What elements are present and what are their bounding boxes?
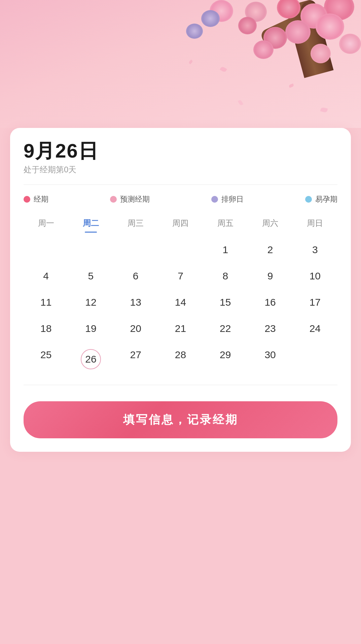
- blossom-12: [253, 40, 274, 59]
- date-3[interactable]: 3: [293, 238, 337, 262]
- date-row-2: 4 5 6 7 8 9 10: [24, 264, 337, 288]
- petal-1: [220, 66, 227, 72]
- date-9[interactable]: 9: [248, 264, 292, 288]
- purple-blossom-1: [201, 10, 220, 27]
- legend-fertile: 易孕期: [305, 194, 337, 204]
- date-row-1: 1 2 3: [24, 238, 337, 262]
- date-13[interactable]: 13: [113, 291, 158, 314]
- date-row-5: 25 26 27 28 29 30: [24, 343, 337, 375]
- main-card: 9月26日 处于经期第0天 经期 预测经期 排卵日 易孕期 周一 周二 周三 周…: [10, 128, 351, 452]
- legend-predicted: 预测经期: [110, 194, 150, 204]
- date-24[interactable]: 24: [293, 317, 337, 340]
- date-1[interactable]: 1: [203, 238, 248, 262]
- date-16[interactable]: 16: [248, 291, 292, 314]
- date-row-3: 11 12 13 14 15 16 17: [24, 291, 337, 314]
- dot-predicted: [110, 196, 117, 203]
- blossom-4: [316, 13, 344, 40]
- date-23[interactable]: 23: [248, 317, 292, 340]
- date-11[interactable]: 11: [24, 291, 68, 314]
- date-12[interactable]: 12: [68, 291, 113, 314]
- date-18[interactable]: 18: [24, 317, 68, 340]
- date-empty-end[interactable]: [293, 343, 337, 375]
- date-26-today[interactable]: 26: [68, 343, 113, 375]
- dot-ovulation: [211, 196, 218, 203]
- date-2[interactable]: 2: [248, 238, 292, 262]
- legend-period: 经期: [24, 194, 48, 204]
- date-30[interactable]: 30: [248, 343, 292, 375]
- hero-background: [0, 0, 361, 128]
- date-title: 9月26日: [24, 140, 337, 162]
- weekday-mon: 周一: [24, 215, 68, 233]
- date-27[interactable]: 27: [113, 343, 158, 375]
- weekday-wed: 周三: [113, 215, 158, 233]
- date-4[interactable]: 4: [24, 264, 68, 288]
- dot-period: [24, 196, 30, 203]
- petal-5: [320, 107, 328, 113]
- weekday-thu: 周四: [158, 215, 203, 233]
- label-period: 经期: [34, 194, 48, 204]
- weekday-fri: 周五: [203, 215, 248, 233]
- blossom-8: [311, 44, 331, 63]
- date-row-4: 18 19 20 21 22 23 24: [24, 317, 337, 340]
- petal-2: [289, 83, 294, 88]
- date-14[interactable]: 14: [158, 291, 203, 314]
- weekday-sat: 周六: [248, 215, 292, 233]
- weekday-row: 周一 周二 周三 周四 周五 周六 周日: [24, 215, 337, 233]
- dot-fertile: [305, 196, 312, 203]
- label-predicted: 预测经期: [120, 194, 150, 204]
- record-period-button[interactable]: 填写信息，记录经期: [24, 401, 337, 438]
- date-28[interactable]: 28: [158, 343, 203, 375]
- bottom-area: [0, 452, 361, 489]
- date-21[interactable]: 21: [158, 317, 203, 340]
- date-15[interactable]: 15: [203, 291, 248, 314]
- blossom-5: [285, 20, 311, 44]
- date-empty[interactable]: [113, 238, 158, 262]
- weekday-sun: 周日: [293, 215, 337, 233]
- label-fertile: 易孕期: [315, 194, 337, 204]
- date-6[interactable]: 6: [113, 264, 158, 288]
- petal-4: [188, 60, 193, 64]
- date-empty[interactable]: [158, 238, 203, 262]
- date-empty[interactable]: [24, 238, 68, 262]
- divider-2: [24, 385, 337, 385]
- date-7[interactable]: 7: [158, 264, 203, 288]
- date-29[interactable]: 29: [203, 343, 248, 375]
- date-19[interactable]: 19: [68, 317, 113, 340]
- weekday-tue: 周二: [68, 215, 113, 233]
- blossom-10: [238, 17, 257, 34]
- petal-3: [238, 100, 244, 106]
- date-20[interactable]: 20: [113, 317, 158, 340]
- date-subtitle: 处于经期第0天: [24, 164, 337, 175]
- date-17[interactable]: 17: [293, 291, 337, 314]
- date-25[interactable]: 25: [24, 343, 68, 375]
- date-8[interactable]: 8: [203, 264, 248, 288]
- blossom-6: [339, 34, 361, 54]
- legend-ovulation: 排卵日: [211, 194, 244, 204]
- calendar-grid: 周一 周二 周三 周四 周五 周六 周日 1 2 3 4 5 6 7 8 9 1…: [24, 215, 337, 375]
- label-ovulation: 排卵日: [221, 194, 244, 204]
- divider-1: [24, 184, 337, 185]
- purple-blossom-2: [186, 24, 203, 39]
- date-22[interactable]: 22: [203, 317, 248, 340]
- legend: 经期 预测经期 排卵日 易孕期: [24, 194, 337, 204]
- date-10[interactable]: 10: [293, 264, 337, 288]
- date-5[interactable]: 5: [68, 264, 113, 288]
- date-empty[interactable]: [68, 238, 113, 262]
